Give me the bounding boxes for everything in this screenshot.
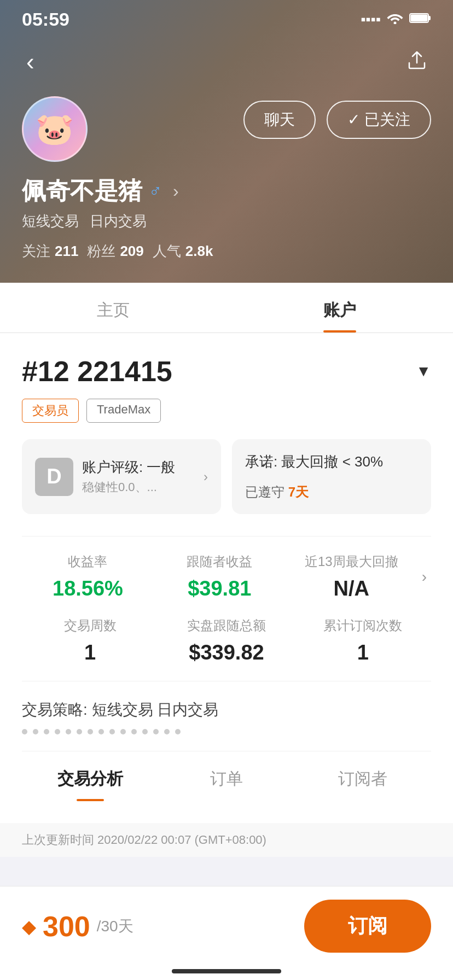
grade-arrow: › (204, 469, 208, 485)
tag-day-trade: 日内交易 (90, 212, 147, 231)
return-rate-label: 收益率 (22, 553, 154, 570)
price-value: 300 (43, 910, 90, 943)
svg-rect-2 (428, 16, 431, 20)
profile-top: 🐷 聊天 ✓ 已关注 (22, 96, 431, 162)
max-drawdown-label: 近13周最大回撤 (286, 553, 417, 570)
strategy-dot (109, 729, 115, 734)
home-indicator (172, 969, 281, 973)
stats-more-arrow[interactable]: › (417, 553, 431, 600)
back-button[interactable]: ‹ (22, 44, 39, 80)
stat-follower-return: 跟随者收益 $39.81 (154, 553, 286, 600)
profile-name-row: 佩奇不是猪 ♂ › (22, 175, 431, 207)
analysis-tab-trading[interactable]: 交易分析 (22, 751, 158, 801)
update-time-text: 上次更新时间 2020/02/22 00:07 (GMT+08:00) (22, 833, 266, 847)
return-rate-value: 18.56% (22, 577, 154, 600)
stat-popularity: 人气 2.8k (153, 242, 213, 261)
copy-amount-value: $339.82 (158, 641, 294, 664)
avatar-emoji: 🐷 (36, 111, 74, 147)
fans-label: 粉丝 (87, 242, 115, 261)
platform-badge: TradeMax (86, 399, 161, 423)
trade-weeks-label: 交易周数 (22, 617, 158, 634)
strategy-dot (142, 729, 148, 734)
svg-rect-3 (411, 15, 428, 22)
svg-point-0 (394, 22, 397, 25)
signal-icon: ▪▪▪▪ (361, 11, 381, 28)
strategy-dot (33, 729, 38, 734)
tab-main[interactable]: 主页 (0, 283, 226, 332)
strategy-dots (22, 729, 431, 734)
stats-row-2: 交易周数 1 实盘跟随总额 $339.82 累计订阅次数 1 (22, 617, 431, 664)
stat-max-drawdown: 近13周最大回撤 N/A (286, 553, 417, 600)
tag-short-trade: 短线交易 (22, 212, 79, 231)
follow-button[interactable]: ✓ 已关注 (327, 101, 431, 139)
strategy-dot (88, 729, 93, 734)
promise-days: 7天 (288, 485, 309, 499)
main-content: #12 221415 ▼ 交易员 TradeMax D 账户评级: 一般 稳健性… (0, 333, 453, 823)
stats-row-1: 收益率 18.56% 跟随者收益 $39.81 近13周最大回撤 N/A › (22, 553, 431, 600)
profile-header: ‹ 🐷 聊天 ✓ 已关注 佩奇不是猪 ♂ › 短线交易 日内交易 (0, 0, 453, 283)
grade-card[interactable]: D 账户评级: 一般 稳健性0.0、... › (22, 439, 221, 514)
profile-actions: 聊天 ✓ 已关注 (104, 96, 431, 139)
follower-return-value: $39.81 (154, 577, 286, 600)
strategy-dot (164, 729, 170, 734)
stat-following: 关注 211 (22, 242, 78, 261)
status-bar: 05:59 ▪▪▪▪ (0, 0, 453, 34)
subscribe-button[interactable]: 订阅 (304, 900, 431, 953)
stats-grid: 收益率 18.56% 跟随者收益 $39.81 近13周最大回撤 N/A › 交… (22, 536, 431, 664)
trader-badge: 交易员 (22, 399, 79, 423)
grade-subtitle: 稳健性0.0、... (82, 479, 195, 495)
grade-letter: D (35, 458, 73, 496)
popularity-label: 人气 (153, 242, 181, 261)
grade-card-text: 账户评级: 一般 稳健性0.0、... (82, 458, 195, 495)
profile-detail-arrow[interactable]: › (173, 181, 179, 201)
info-cards: D 账户评级: 一般 稳健性0.0、... › 承诺: 最大回撤 < 30% 已… (22, 439, 431, 514)
strategy-dot (98, 729, 104, 734)
price-period: /30天 (97, 916, 133, 937)
account-dropdown-arrow[interactable]: ▼ (416, 363, 431, 380)
chat-button[interactable]: 聊天 (243, 101, 316, 139)
strategy-dot (175, 729, 181, 734)
fans-value: 209 (120, 243, 143, 260)
stat-copy-amount: 实盘跟随总额 $339.82 (158, 617, 294, 664)
analysis-tab-orders[interactable]: 订单 (158, 751, 294, 801)
stat-trade-weeks: 交易周数 1 (22, 617, 158, 664)
bottom-bar: ◆ 300 /30天 订阅 (0, 886, 453, 980)
strategy-dot (77, 729, 82, 734)
strategy-dot (44, 729, 49, 734)
share-button[interactable] (403, 44, 431, 80)
strategy-dot (66, 729, 71, 734)
strategy-dot (131, 729, 137, 734)
strategy-dot (120, 729, 126, 734)
strategy-section: 交易策略: 短线交易 日内交易 (22, 681, 431, 751)
wifi-icon (386, 11, 404, 28)
status-time: 05:59 (22, 9, 69, 30)
subscription-count-label: 累计订阅次数 (295, 617, 431, 634)
strategy-text: 交易策略: 短线交易 日内交易 (22, 698, 431, 722)
strategy-dot (22, 729, 27, 734)
account-badges: 交易员 TradeMax (22, 399, 431, 423)
account-id: #12 221415 (22, 355, 172, 388)
profile-info: 佩奇不是猪 ♂ › 短线交易 日内交易 关注 211 粉丝 209 人气 2.8… (22, 175, 431, 261)
tab-account[interactable]: 账户 (226, 283, 453, 332)
tab-bar: 主页 账户 (0, 283, 453, 333)
stat-fans: 粉丝 209 (87, 242, 143, 261)
stat-subscription-count: 累计订阅次数 1 (295, 617, 431, 664)
strategy-dot (55, 729, 60, 734)
follower-return-label: 跟随者收益 (154, 553, 286, 570)
battery-icon (409, 11, 431, 28)
diamond-icon: ◆ (22, 915, 36, 937)
following-label: 关注 (22, 242, 50, 261)
subscription-count-value: 1 (295, 641, 431, 664)
update-time-strip: 上次更新时间 2020/02/22 00:07 (GMT+08:00) (0, 823, 453, 857)
avatar: 🐷 (22, 96, 88, 162)
copy-amount-label: 实盘跟随总额 (158, 617, 294, 634)
price-section: ◆ 300 /30天 (22, 910, 133, 943)
promise-title: 承诺: 最大回撤 < 30% (245, 452, 383, 471)
strategy-dot (153, 729, 159, 734)
grade-title: 账户评级: 一般 (82, 458, 195, 477)
promise-subtitle: 已遵守 7天 (245, 483, 309, 501)
promise-card: 承诺: 最大回撤 < 30% 已遵守 7天 (232, 439, 431, 514)
max-drawdown-value: N/A (286, 577, 417, 600)
avatar-container: 🐷 (22, 96, 88, 162)
analysis-tab-subscribers[interactable]: 订阅者 (295, 751, 431, 801)
